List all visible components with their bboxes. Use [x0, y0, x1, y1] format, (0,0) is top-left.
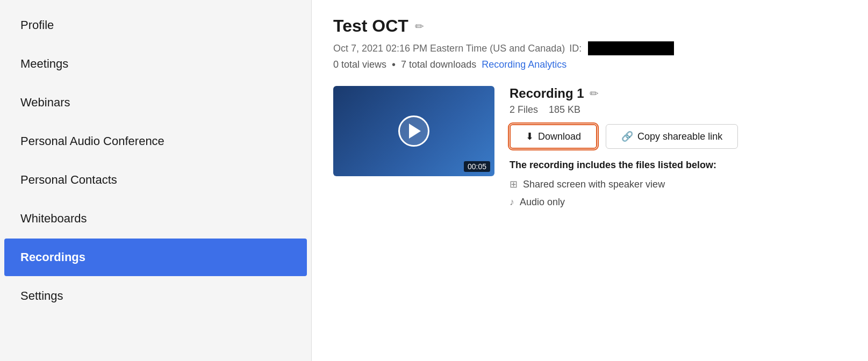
- sidebar-item-profile[interactable]: Profile: [4, 6, 307, 44]
- dot-separator: •: [392, 59, 396, 71]
- main-content: Test OCT ✏ Oct 7, 2021 02:16 PM Eastern …: [312, 0, 868, 361]
- recording-analytics-link[interactable]: Recording Analytics: [482, 59, 566, 70]
- file-item-audio: ♪ Audio only: [510, 197, 847, 208]
- sidebar-item-personal-audio-conference[interactable]: Personal Audio Conference: [4, 122, 307, 160]
- recording-title: Recording 1: [510, 86, 584, 101]
- sidebar-item-settings[interactable]: Settings: [4, 277, 307, 315]
- video-icon: ⊞: [510, 178, 518, 190]
- buttons-row: ⬇ Download 🔗 Copy shareable link: [510, 124, 847, 149]
- audio-icon: ♪: [510, 197, 514, 208]
- title-row: Test OCT ✏: [333, 16, 847, 36]
- file-item-video: ⊞ Shared screen with speaker view: [510, 178, 847, 190]
- id-label: ID:: [569, 43, 582, 54]
- sidebar-item-recordings[interactable]: Recordings: [4, 239, 307, 276]
- copy-link-label: Copy shareable link: [637, 131, 722, 142]
- file-label-audio: Audio only: [520, 197, 565, 208]
- sidebar: Profile Meetings Webinars Personal Audio…: [0, 0, 312, 361]
- recording-title-row: Recording 1 ✏: [510, 86, 847, 101]
- play-triangle-icon: [409, 124, 421, 139]
- sidebar-item-whiteboards[interactable]: Whiteboards: [4, 200, 307, 237]
- file-size: 185 KB: [549, 104, 580, 115]
- meta-row: Oct 7, 2021 02:16 PM Eastern Time (US an…: [333, 41, 847, 55]
- files-count: 2 Files: [510, 104, 538, 115]
- meeting-datetime: Oct 7, 2021 02:16 PM Eastern Time (US an…: [333, 43, 565, 54]
- recording-edit-icon[interactable]: ✏: [590, 87, 599, 100]
- total-downloads: 7 total downloads: [401, 59, 476, 70]
- recording-thumbnail[interactable]: 00:05: [333, 86, 494, 176]
- copy-link-button[interactable]: 🔗 Copy shareable link: [606, 124, 738, 149]
- title-edit-icon[interactable]: ✏: [415, 20, 424, 33]
- download-icon: ⬇: [526, 131, 534, 142]
- sidebar-item-meetings[interactable]: Meetings: [4, 45, 307, 83]
- meeting-id: [588, 41, 674, 55]
- total-views: 0 total views: [333, 59, 386, 70]
- recording-card: 00:05 Recording 1 ✏ 2 Files 185 KB ⬇ Dow…: [333, 86, 847, 214]
- meeting-title: Test OCT: [333, 16, 408, 36]
- sidebar-item-personal-contacts[interactable]: Personal Contacts: [4, 161, 307, 199]
- link-icon: 🔗: [621, 131, 633, 142]
- sidebar-item-webinars[interactable]: Webinars: [4, 84, 307, 121]
- download-label: Download: [538, 131, 581, 142]
- file-label-video: Shared screen with speaker view: [523, 179, 665, 190]
- play-button[interactable]: [398, 115, 429, 147]
- files-header: The recording includes the files listed …: [510, 160, 847, 171]
- recording-info: Recording 1 ✏ 2 Files 185 KB ⬇ Download …: [510, 86, 847, 214]
- stats-row: 0 total views • 7 total downloads Record…: [333, 59, 847, 71]
- file-info: 2 Files 185 KB: [510, 104, 847, 115]
- recording-timestamp: 00:05: [464, 161, 490, 172]
- download-button[interactable]: ⬇ Download: [510, 124, 597, 149]
